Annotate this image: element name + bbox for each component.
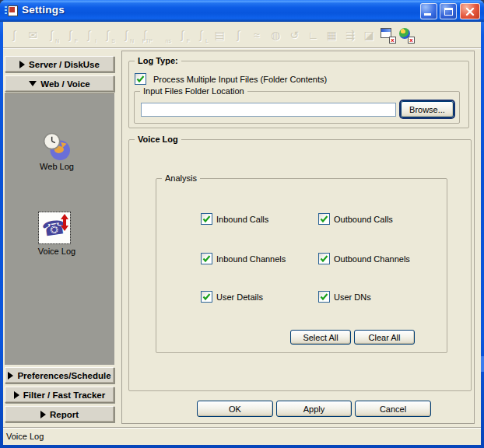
titlebar[interactable]: Settings	[0, 0, 484, 22]
inbound-channels-checkbox[interactable]	[201, 253, 212, 264]
sidebar-item-label: Report	[50, 410, 79, 419]
sidebar-item-server-diskuse[interactable]: Server / DiskUse	[5, 56, 114, 72]
toolbar-icon-disabled: ≈	[249, 27, 265, 43]
chevron-right-icon	[19, 61, 25, 68]
voice-log-icon[interactable]: ☎	[39, 212, 70, 243]
toolbar-icon-disabled: ʃI	[81, 27, 96, 43]
toolbar-icon-disabled: ʃF	[62, 27, 78, 43]
chevron-right-icon	[14, 391, 19, 399]
sidebar-item-filter-fast-tracker[interactable]: Filter / Fast Tracker	[5, 387, 114, 403]
voice-log-group-label: Voice Log	[135, 135, 181, 144]
toolbar: ʃ✉ʃNʃFʃIʃSʃNʃFTPnsʃFʃL▤ʃ≈◍↺∟▦⇶◪xx	[3, 22, 481, 48]
toolbar-icon-disabled: ↺	[286, 27, 302, 43]
web-log-icon[interactable]	[43, 133, 71, 161]
toolbar-icon-disabled: ʃL	[193, 27, 209, 43]
user-dns-checkbox[interactable]	[318, 291, 330, 303]
close-window-log-icon[interactable]: x	[380, 27, 395, 43]
log-type-group: Log Type: Process Multiple Input Files (…	[128, 61, 469, 128]
inbound-calls-label: Inbound Calls	[216, 215, 268, 224]
close-web-log-icon[interactable]: x	[398, 27, 414, 43]
toolbar-icon-disabled: ∟	[305, 27, 321, 43]
select-all-button[interactable]: Select All	[290, 330, 351, 345]
toolbar-icon-disabled: ⇶	[342, 27, 358, 43]
process-multiple-input-files-label: Process Multiple Input Files (Folder Con…	[153, 75, 327, 84]
analysis-group-label: Analysis	[162, 173, 200, 183]
analysis-group: Analysis Inbound CallsOutbound CallsInbo…	[156, 178, 447, 353]
inbound-calls-checkbox[interactable]	[201, 213, 212, 225]
inbound-channels-label: Inbound Channels	[216, 254, 286, 264]
maximize-button[interactable]	[440, 3, 457, 19]
minimize-button[interactable]	[420, 3, 437, 19]
sidebar-item-preferences-schedule[interactable]: Preferences/Schedule	[5, 367, 114, 383]
sidebar-item-web-voice[interactable]: Web / Voice	[5, 75, 114, 92]
window-icon	[5, 5, 18, 17]
sidebar-item-label: Filter / Fast Tracker	[23, 390, 105, 400]
toolbar-icon-disabled: ʃN	[44, 27, 59, 43]
sidebar-item-label: Preferences/Schedule	[17, 371, 110, 380]
toolbar-icon-disabled: ns	[156, 27, 171, 43]
process-multiple-input-files-checkbox[interactable]	[135, 73, 146, 85]
toolbar-icon-disabled: ◍	[268, 27, 283, 43]
chevron-right-icon	[8, 372, 13, 380]
maximize-icon	[444, 8, 453, 16]
sidebar-panel: Web Log ☎ Voice Log	[5, 93, 114, 365]
log-type-group-label: Log Type:	[135, 56, 181, 65]
apply-button[interactable]: Apply	[276, 401, 352, 417]
window-border-nub	[481, 356, 484, 372]
close-button[interactable]	[460, 3, 480, 19]
outbound-channels-label: Outbound Channels	[334, 254, 410, 264]
input-files-folder-location-label: Input Files Folder Location	[140, 86, 247, 96]
outbound-channels-checkbox[interactable]	[318, 253, 330, 264]
ok-button[interactable]: OK	[197, 401, 273, 417]
sidebar-item-report[interactable]: Report	[5, 406, 114, 422]
toolbar-icon-disabled: ʃN	[118, 27, 134, 43]
toolbar-icon-disabled: ʃ	[230, 27, 246, 43]
outbound-calls-checkbox[interactable]	[318, 213, 330, 225]
voice-log-group: Voice Log Analysis Inbound CallsOutbound…	[128, 139, 472, 391]
main-panel: Log Type: Process Multiple Input Files (…	[121, 51, 475, 424]
chevron-down-icon	[29, 81, 37, 86]
chevron-right-icon	[40, 411, 46, 418]
clear-all-button[interactable]: Clear All	[354, 330, 415, 345]
settings-window: Settings ʃ✉ʃNʃFʃIʃSʃNʃFTPnsʃFʃL▤ʃ≈◍↺∟▦⇶◪…	[0, 0, 484, 448]
toolbar-separator	[3, 47, 481, 49]
close-icon	[465, 7, 475, 16]
toolbar-icon-disabled: ▤	[212, 27, 227, 43]
input-files-folder-location-group: Input Files Folder Location Browse...	[134, 91, 460, 124]
outbound-calls-label: Outbound Calls	[334, 215, 393, 224]
sidebar-item-label: Server / DiskUse	[29, 60, 100, 69]
statusbar-text: Voice Log	[6, 432, 44, 441]
toolbar-icon-disabled: ʃS	[100, 27, 115, 43]
user-dns-label: User DNs	[334, 292, 371, 302]
cancel-button[interactable]: Cancel	[355, 401, 431, 417]
toolbar-icon-disabled: ʃF	[174, 27, 190, 43]
statusbar: Voice Log	[3, 427, 481, 445]
folder-location-input[interactable]	[141, 103, 396, 117]
minimize-icon	[424, 13, 431, 16]
voice-log-label[interactable]: Voice Log	[5, 247, 109, 256]
up-down-arrow-icon	[61, 214, 68, 231]
window-title: Settings	[22, 4, 65, 16]
toolbar-icon-disabled: ✉	[25, 27, 40, 43]
user-details-checkbox[interactable]	[201, 291, 212, 303]
user-details-label: User Details	[216, 292, 263, 302]
toolbar-icon-disabled: ʃFTP	[137, 27, 153, 43]
web-log-label[interactable]: Web Log	[5, 162, 109, 171]
browse-button[interactable]: Browse...	[401, 101, 454, 117]
toolbar-icon-disabled: ʃ	[6, 27, 22, 43]
sidebar-item-label: Web / Voice	[40, 79, 89, 89]
toolbar-icon-disabled: ▦	[324, 27, 339, 43]
toolbar-icon-disabled: ◪	[361, 27, 377, 43]
